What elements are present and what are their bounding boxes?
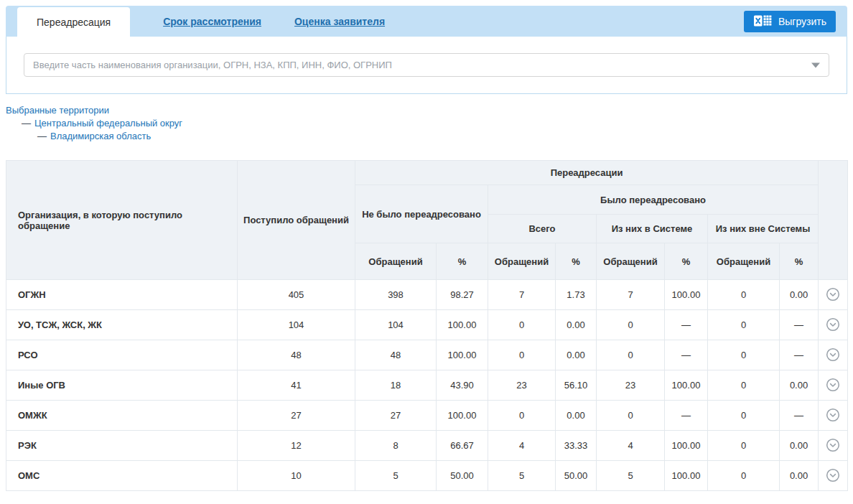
col-header-appeals: Обращений xyxy=(355,243,437,280)
territory-link-region[interactable]: Владимирская область xyxy=(50,131,151,141)
received-count-cell: 10 xyxy=(238,461,355,491)
expand-row-button[interactable] xyxy=(824,437,842,454)
in-system-percent-cell: 100.00 xyxy=(665,431,708,461)
expand-row-button[interactable] xyxy=(824,286,842,303)
organization-search-input[interactable] xyxy=(24,53,829,77)
org-name-cell: ОМС xyxy=(6,461,238,491)
expand-row-button[interactable] xyxy=(824,376,842,393)
col-header-percent: % xyxy=(437,243,488,280)
not-redirected-percent-cell: 98.27 xyxy=(437,280,488,310)
not-redirected-percent-cell: 100.00 xyxy=(437,340,488,370)
out-system-percent-cell: — xyxy=(780,401,819,431)
not-redirected-count-cell: 8 xyxy=(355,431,437,461)
expand-row-button[interactable] xyxy=(824,346,842,363)
redirected-total-count-cell: 5 xyxy=(488,461,556,491)
col-header-total: Всего xyxy=(488,215,597,243)
expand-row-button[interactable] xyxy=(824,406,842,424)
table-row: РЭК 12 8 66.67 4 33.33 4 100.00 0 0.00 xyxy=(6,431,848,461)
row-actions-cell xyxy=(819,370,848,401)
table-row: ОМС 10 5 50.00 5 50.00 5 100.00 0 0.00 xyxy=(6,461,848,491)
redirected-total-count-cell: 7 xyxy=(488,280,556,310)
in-system-count-cell: 0 xyxy=(597,340,665,370)
out-system-count-cell: 0 xyxy=(708,280,780,310)
row-actions-cell xyxy=(819,461,848,491)
chevron-circle-down-icon xyxy=(826,444,840,454)
out-system-count-cell: 0 xyxy=(708,461,780,491)
col-header-appeals: Обращений xyxy=(597,243,665,280)
in-system-count-cell: 0 xyxy=(597,310,665,340)
col-header-redirections: Переадресации xyxy=(355,161,819,185)
redirected-total-percent-cell: 1.73 xyxy=(556,280,597,310)
out-system-count-cell: 0 xyxy=(708,431,780,461)
not-redirected-count-cell: 27 xyxy=(355,401,437,431)
redirected-total-count-cell: 4 xyxy=(488,431,556,461)
tab-redirection[interactable]: Переадресация xyxy=(17,7,130,37)
redirected-total-count-cell: 23 xyxy=(488,370,556,401)
chevron-circle-down-icon xyxy=(826,414,840,424)
export-button[interactable]: Выгрузить xyxy=(744,11,836,32)
selected-territories-link[interactable]: Выбранные территории xyxy=(6,105,109,116)
redirected-total-count-cell: 0 xyxy=(488,310,556,340)
received-count-cell: 27 xyxy=(238,401,355,431)
not-redirected-count-cell: 398 xyxy=(355,280,437,310)
col-header-actions xyxy=(819,161,848,280)
org-name-cell: УО, ТСЖ, ЖСК, ЖК xyxy=(6,310,238,340)
out-system-count-cell: 0 xyxy=(708,340,780,370)
in-system-percent-cell: 100.00 xyxy=(665,370,708,401)
in-system-count-cell: 5 xyxy=(597,461,665,491)
table-body: ОГЖН 405 398 98.27 7 1.73 7 100.00 0 0.0… xyxy=(6,280,848,491)
out-system-percent-cell: 0.00 xyxy=(780,431,819,461)
org-name-cell: ОГЖН xyxy=(6,280,238,310)
out-system-percent-cell: 0.00 xyxy=(780,370,819,401)
expand-row-button[interactable] xyxy=(824,467,842,484)
chevron-circle-down-icon xyxy=(826,353,840,364)
received-count-cell: 48 xyxy=(238,340,355,370)
redirected-total-percent-cell: 56.10 xyxy=(556,370,597,401)
col-header-not-redirected: Не было переадресовано xyxy=(355,185,488,243)
not-redirected-percent-cell: 66.67 xyxy=(437,431,488,461)
in-system-percent-cell: 100.00 xyxy=(665,461,708,491)
received-count-cell: 405 xyxy=(238,280,355,310)
in-system-count-cell: 23 xyxy=(597,370,665,401)
table-row: УО, ТСЖ, ЖСК, ЖК 104 104 100.00 0 0.00 0… xyxy=(6,310,848,340)
in-system-count-cell: 4 xyxy=(597,431,665,461)
table-row: Иные ОГВ 41 18 43.90 23 56.10 23 100.00 … xyxy=(6,370,848,401)
out-system-percent-cell: — xyxy=(780,310,819,340)
out-system-count-cell: 0 xyxy=(708,401,780,431)
not-redirected-percent-cell: 43.90 xyxy=(437,370,488,401)
out-system-percent-cell: 0.00 xyxy=(780,461,819,491)
tab-review-period[interactable]: Срок рассмотрения xyxy=(163,16,261,27)
out-system-count-cell: 0 xyxy=(708,310,780,340)
out-system-percent-cell: 0.00 xyxy=(780,280,819,310)
chevron-circle-down-icon xyxy=(826,383,840,394)
redirections-table: Организация, в которую поступило обращен… xyxy=(6,160,848,491)
in-system-percent-cell: 100.00 xyxy=(665,280,708,310)
report-page: Переадресация Срок рассмотрения Оценка з… xyxy=(0,0,853,497)
dropdown-caret-icon[interactable] xyxy=(811,62,820,67)
org-name-cell: ОМЖК xyxy=(6,401,238,431)
in-system-percent-cell: — xyxy=(665,310,708,340)
expand-row-button[interactable] xyxy=(824,316,842,333)
table-header: Организация, в которую поступило обращен… xyxy=(6,161,848,280)
redirected-total-count-cell: 0 xyxy=(488,340,556,370)
redirected-total-percent-cell: 33.33 xyxy=(556,431,597,461)
filter-panel: Переадресация Срок рассмотрения Оценка з… xyxy=(6,6,847,94)
col-header-percent: % xyxy=(665,243,708,280)
selected-territories: Выбранные территории —Центральный федера… xyxy=(6,104,847,143)
redirected-total-count-cell: 0 xyxy=(488,401,556,431)
tab-applicant-rating[interactable]: Оценка заявителя xyxy=(294,16,385,27)
redirected-total-percent-cell: 0.00 xyxy=(556,310,597,340)
in-system-percent-cell: — xyxy=(665,401,708,431)
search-panel xyxy=(6,37,847,94)
col-header-percent: % xyxy=(780,243,819,280)
out-system-count-cell: 0 xyxy=(708,370,780,401)
territory-dash: — xyxy=(22,118,31,129)
not-redirected-count-cell: 5 xyxy=(355,461,437,491)
not-redirected-percent-cell: 50.00 xyxy=(437,461,488,491)
territory-dash: — xyxy=(37,131,47,141)
row-actions-cell xyxy=(819,401,848,431)
table-row: ОГЖН 405 398 98.27 7 1.73 7 100.00 0 0.0… xyxy=(6,280,848,310)
not-redirected-count-cell: 104 xyxy=(355,310,437,340)
territory-link-federal-district[interactable]: Центральный федеральный округ xyxy=(34,118,182,129)
tab-bar: Переадресация Срок рассмотрения Оценка з… xyxy=(6,6,847,37)
